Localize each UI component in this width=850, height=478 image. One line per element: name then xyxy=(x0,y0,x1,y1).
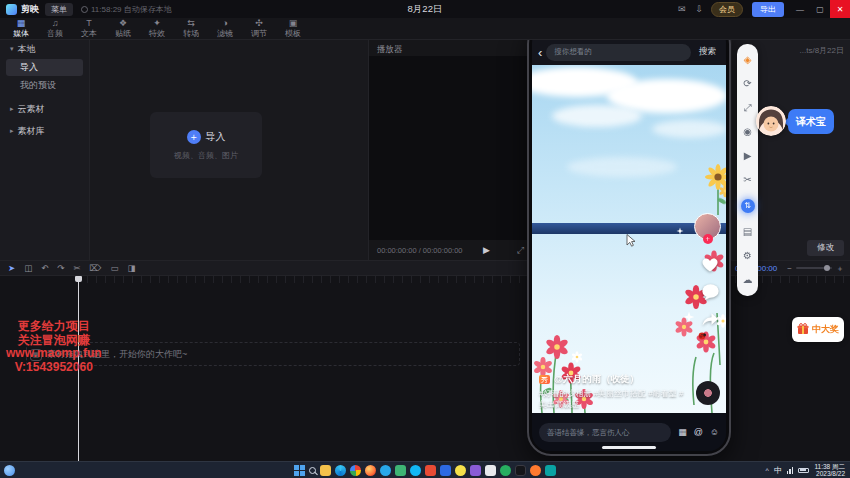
mirror-app-icon[interactable]: ◈ xyxy=(744,55,752,65)
timeline-ruler xyxy=(78,276,850,283)
tab-adjust[interactable]: ✣调节 xyxy=(242,19,276,38)
network-icon[interactable] xyxy=(787,467,794,474)
screenshot-icon[interactable]: ◉ xyxy=(743,127,752,137)
fullscreen-icon[interactable]: ⤢ xyxy=(517,245,524,256)
split-icon[interactable]: ✂ xyxy=(73,261,80,275)
comment-icon[interactable] xyxy=(701,283,720,305)
tab-filter[interactable]: ◑滤镜 xyxy=(208,19,242,38)
export-button[interactable]: 导出 xyxy=(752,2,784,17)
taskbar-app-icon[interactable] xyxy=(470,465,481,476)
fullscreen-icon[interactable]: ⤢ xyxy=(744,103,752,113)
taskbar-clock[interactable]: 11:38 周二 2023/8/22 xyxy=(814,463,845,478)
clip-icon[interactable]: ✂ xyxy=(743,175,751,185)
select-tool-icon[interactable]: ◫ xyxy=(24,261,32,275)
photo-icon[interactable]: ▦ xyxy=(678,427,687,437)
crop-icon[interactable]: ◨ xyxy=(128,261,136,275)
author-name[interactable]: @六月的雨（收徒） xyxy=(554,373,639,386)
share-icon[interactable] xyxy=(700,311,720,331)
minimize-button[interactable]: — xyxy=(790,0,810,18)
taskbar-search-button[interactable] xyxy=(309,467,316,474)
video-content[interactable]: 秀 @六月的雨（收徒） #好看的少相册 #美丽丝巾搭配 #耐看型 # 美出高级感 xyxy=(532,65,726,413)
cast-icon[interactable]: ⇅ xyxy=(741,199,755,213)
emoji-icon[interactable]: ☺ xyxy=(710,427,719,437)
effects-tab-icon: ✦ xyxy=(153,19,161,28)
modify-button[interactable]: 修改 xyxy=(807,240,844,256)
cloud-download-icon[interactable]: ☁ xyxy=(743,275,753,285)
taskbar-app-icon[interactable] xyxy=(440,465,451,476)
taskbar-app-icon[interactable] xyxy=(395,465,406,476)
settings-icon[interactable]: ⚙ xyxy=(743,251,752,261)
tab-effects[interactable]: ✦特效 xyxy=(140,19,174,38)
search-placeholder: 搜你想看的 xyxy=(554,47,592,57)
like-icon[interactable] xyxy=(700,255,720,277)
assistant-avatar[interactable] xyxy=(756,106,786,136)
maximize-button[interactable]: ▢ xyxy=(810,0,830,18)
creator-avatar[interactable] xyxy=(694,213,721,240)
taskbar-tray: ^ 中 11:38 周二 2023/8/22 xyxy=(766,463,850,478)
sidebar-item-presets[interactable]: 我的预设 xyxy=(6,77,83,94)
draft-path: ...ts/8月22日 xyxy=(800,45,844,56)
tab-media[interactable]: ▦媒体 xyxy=(4,19,38,38)
app-screen: 剪映 菜单 11:58:29 自动保存本地 8月22日 ✉ ⇩ 会员 导出 — … xyxy=(0,0,850,478)
titlebar: 剪映 菜单 11:58:29 自动保存本地 8月22日 ✉ ⇩ 会员 导出 — … xyxy=(0,0,850,18)
search-button[interactable]: 搜索 xyxy=(699,46,716,58)
input-language-indicator[interactable]: 中 xyxy=(774,465,782,476)
zoom-out-icon[interactable]: − xyxy=(787,264,792,273)
music-disc-icon[interactable] xyxy=(696,381,720,405)
app-name: 剪映 xyxy=(21,3,39,16)
comment-input[interactable]: 善语结善缘，恶言伤人心 xyxy=(539,423,671,442)
taskbar-app-icon[interactable] xyxy=(365,465,376,476)
close-button[interactable]: ✕ xyxy=(830,0,850,18)
zoom-slider[interactable] xyxy=(796,267,832,269)
sidebar-item-cloud[interactable]: ▸云素材 xyxy=(0,100,89,118)
mirror-clip-icon[interactable]: ▭ xyxy=(111,261,119,275)
import-dropzone[interactable]: ＋ 导入 视频、音频、图片 xyxy=(150,112,262,178)
clipboard-icon[interactable]: ▤ xyxy=(743,227,752,237)
assistant-bubble[interactable]: 译术宝 xyxy=(788,109,834,134)
message-icon[interactable]: ✉ xyxy=(673,4,691,14)
search-input[interactable]: 搜你想看的 xyxy=(546,44,691,61)
rotate-icon[interactable]: ⟳ xyxy=(743,79,751,89)
tab-audio[interactable]: ♫音频 xyxy=(38,19,72,38)
undo-icon[interactable]: ↶ xyxy=(41,261,48,275)
play-button[interactable]: ▶ xyxy=(483,245,490,255)
taskbar-app-icon[interactable] xyxy=(500,465,511,476)
battery-icon[interactable] xyxy=(798,468,809,473)
taskbar-app-icon[interactable] xyxy=(320,465,331,476)
taskbar-app-icon[interactable] xyxy=(350,465,361,476)
tab-template[interactable]: ▣模板 xyxy=(276,19,310,38)
media-panel: ＋ 导入 视频、音频、图片 xyxy=(90,40,368,260)
record-icon[interactable]: ▶ xyxy=(744,151,752,161)
taskbar-app-icon[interactable] xyxy=(410,465,421,476)
taskbar-app-icon[interactable] xyxy=(530,465,541,476)
tray-expand-icon[interactable]: ^ xyxy=(766,467,769,474)
menu-button[interactable]: 菜单 xyxy=(45,3,73,16)
tab-sticker[interactable]: ❖贴纸 xyxy=(106,19,140,38)
taskbar-app-icon[interactable] xyxy=(335,465,346,476)
autosave-text: 11:58:29 自动保存本地 xyxy=(91,4,172,15)
taskbar-app-icon[interactable] xyxy=(485,465,496,476)
sidebar-item-import[interactable]: 导入 xyxy=(6,59,83,76)
zoom-in-icon[interactable]: ＋ xyxy=(836,263,844,274)
promo-widget[interactable]: 中大奖 xyxy=(792,317,844,342)
sidebar-item-local[interactable]: ▾本地 xyxy=(0,40,89,58)
taskbar-start-button[interactable] xyxy=(294,465,305,476)
delete-icon[interactable]: ⌦ xyxy=(90,261,102,275)
vip-button[interactable]: 会员 xyxy=(711,2,743,17)
taskbar-app-icon[interactable] xyxy=(425,465,436,476)
cursor-tool-icon[interactable]: ➤ xyxy=(8,261,15,275)
weather-widget-icon[interactable] xyxy=(4,465,15,476)
phone-screen: 上午11:38 ‹ 搜你想看的 搜索 xyxy=(532,25,726,451)
taskbar-app-icon[interactable] xyxy=(515,465,526,476)
audio-tab-icon: ♫ xyxy=(52,19,59,28)
redo-icon[interactable]: ↷ xyxy=(57,261,64,275)
taskbar-app-icon[interactable] xyxy=(545,465,556,476)
taskbar-app-icon[interactable] xyxy=(380,465,391,476)
taskbar-app-icon[interactable] xyxy=(455,465,466,476)
back-icon[interactable]: ‹ xyxy=(538,46,542,59)
download-icon[interactable]: ⇩ xyxy=(690,4,708,14)
tab-transition[interactable]: ⇆转场 xyxy=(174,19,208,38)
tab-text[interactable]: T文本 xyxy=(72,19,106,38)
mention-icon[interactable]: @ xyxy=(694,427,703,437)
sidebar-item-library[interactable]: ▸素材库 xyxy=(0,122,89,140)
